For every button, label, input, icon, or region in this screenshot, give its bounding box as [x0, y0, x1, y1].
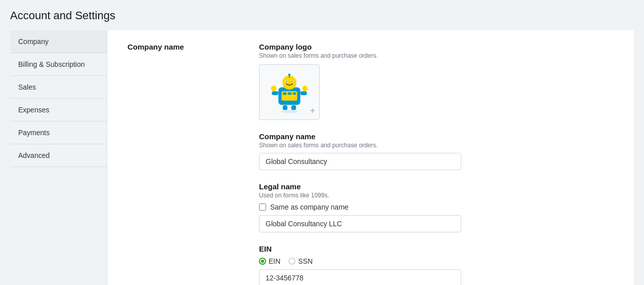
sidebar: Company Billing & Subscription Sales Exp… [10, 30, 107, 285]
logo-sublabel: Shown on sales forms and purchase orders… [259, 52, 461, 59]
company-name-subsection: Company name Shown on sales forms and pu… [259, 132, 461, 170]
ein-subsection: EIN EIN SSN [259, 245, 461, 285]
svg-rect-13 [283, 92, 287, 95]
svg-rect-14 [288, 92, 292, 95]
ssn-option[interactable]: SSN [288, 257, 313, 265]
sidebar-item-expenses[interactable]: Expenses [10, 99, 107, 121]
legal-name-subsection: Legal name Used on forms like 1099s. Sam… [259, 182, 461, 232]
svg-rect-17 [291, 105, 296, 110]
svg-point-18 [281, 110, 298, 113]
robot-logo-image [269, 71, 310, 114]
sidebar-label-billing: Billing & Subscription [18, 60, 85, 68]
ein-radio-button[interactable] [259, 258, 266, 265]
ssn-radio-button[interactable] [288, 258, 295, 265]
same-as-company-checkbox[interactable] [259, 203, 266, 211]
sidebar-item-billing[interactable]: Billing & Subscription [10, 53, 107, 76]
company-name-input[interactable] [259, 153, 461, 170]
svg-rect-16 [283, 105, 287, 110]
sidebar-item-sales[interactable]: Sales [10, 76, 107, 99]
ein-input[interactable] [259, 269, 461, 285]
legal-name-label: Legal name [259, 182, 461, 191]
ein-radio-group: EIN SSN [259, 257, 461, 265]
section-left: Company name [127, 43, 239, 285]
ein-label: EIN [259, 245, 461, 253]
logo-label: Company logo [259, 43, 461, 51]
sidebar-label-company: Company [18, 37, 49, 46]
ssn-radio-label: SSN [298, 257, 313, 265]
company-name-section: Company name Company logo Shown on sales… [127, 43, 618, 285]
svg-point-7 [288, 73, 291, 76]
sidebar-label-expenses: Expenses [18, 106, 49, 114]
svg-point-10 [271, 86, 277, 91]
company-name-field-label: Company name [259, 132, 461, 141]
sidebar-label-sales: Sales [18, 83, 36, 91]
same-as-company-label: Same as company name [270, 203, 349, 211]
sidebar-item-payments[interactable]: Payments [10, 121, 107, 144]
legal-name-sublabel: Used on forms like 1099s. [259, 192, 461, 199]
page-title: Account and Settings [10, 9, 634, 22]
legal-name-input[interactable] [259, 215, 461, 232]
sidebar-label-advanced: Advanced [18, 151, 50, 159]
ein-option[interactable]: EIN [259, 257, 280, 265]
svg-point-4 [286, 80, 287, 82]
sidebar-item-company[interactable]: Company [10, 30, 107, 53]
section-main-label: Company name [127, 43, 239, 51]
logo-subsection: Company logo Shown on sales forms and pu… [259, 43, 461, 120]
svg-rect-9 [300, 91, 307, 95]
company-name-sublabel: Shown on sales forms and purchase orders… [259, 142, 461, 149]
ein-radio-label: EIN [269, 257, 280, 265]
logo-upload-area[interactable]: + [259, 64, 320, 120]
content-area: Company name Company logo Shown on sales… [107, 30, 634, 285]
svg-point-11 [303, 86, 308, 91]
logo-add-icon[interactable]: + [310, 106, 315, 116]
svg-rect-15 [293, 92, 296, 95]
sidebar-label-payments: Payments [18, 129, 50, 137]
svg-rect-8 [272, 91, 278, 95]
sidebar-item-advanced[interactable]: Advanced [10, 144, 107, 167]
svg-point-5 [291, 80, 292, 82]
same-as-company-row: Same as company name [259, 203, 461, 211]
